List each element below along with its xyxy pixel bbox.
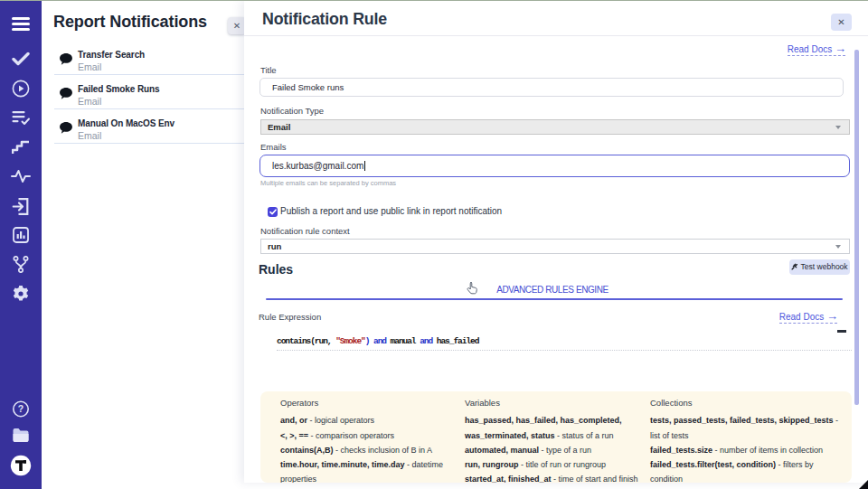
svg-text:?: ? <box>18 403 24 414</box>
